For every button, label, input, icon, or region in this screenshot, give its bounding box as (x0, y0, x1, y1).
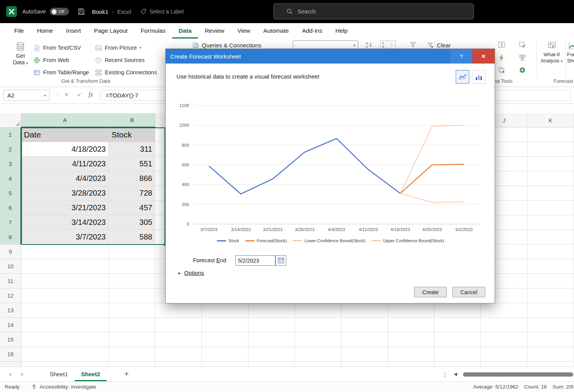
flash-fill-icon[interactable] (498, 54, 505, 62)
options-expander[interactable]: ▸ Options (178, 270, 204, 276)
cell-K1[interactable] (527, 127, 574, 142)
cell-K3[interactable] (527, 157, 574, 171)
cell-K7[interactable] (527, 215, 574, 230)
cell-D15[interactable] (202, 332, 248, 347)
search-box[interactable]: Search (274, 3, 474, 19)
row-header-1[interactable]: 1 (0, 127, 21, 142)
get-data-button[interactable]: Get Data ▾ (10, 41, 31, 67)
bar-chart-toggle[interactable] (472, 70, 485, 84)
cell-G13[interactable] (341, 303, 388, 318)
cell-A17[interactable] (21, 362, 109, 367)
row-header-7[interactable]: 7 (0, 215, 21, 230)
menu-tab-help[interactable]: Help (329, 23, 354, 39)
menu-tab-automate[interactable]: Automate (257, 23, 295, 39)
cell-K8[interactable] (527, 230, 574, 245)
cell-D14[interactable] (202, 318, 248, 332)
cell-B3[interactable]: 551 (109, 157, 155, 171)
text-to-columns-icon[interactable] (498, 41, 505, 49)
column-header-B[interactable]: B (109, 113, 156, 127)
cell-A12[interactable] (21, 288, 109, 303)
forecast-end-input[interactable]: 5/2/2023 (235, 255, 275, 266)
consolidate-icon[interactable] (519, 54, 526, 62)
clear-filter-button[interactable]: Clear (427, 42, 451, 49)
data-validation-icon[interactable] (519, 41, 526, 49)
sheet-tab-sheet1[interactable]: Sheet1 (43, 367, 75, 381)
select-all-button[interactable] (0, 113, 21, 127)
menu-tab-formulas[interactable]: Formulas (134, 23, 172, 39)
cell-H16[interactable] (388, 347, 435, 362)
cancel-button[interactable]: Cancel (452, 287, 485, 297)
cell-K15[interactable] (527, 332, 574, 347)
recent-sources-button[interactable]: Recent Sources (95, 54, 157, 66)
cell-I14[interactable] (435, 318, 481, 332)
filter-icon[interactable] (409, 41, 417, 49)
cell-C16[interactable] (155, 347, 202, 362)
menu-tab-insert[interactable]: Insert (59, 23, 87, 39)
row-header-16[interactable]: 16 (0, 347, 21, 362)
excel-app-icon[interactable] (6, 6, 17, 17)
cell-G16[interactable] (341, 347, 388, 362)
cell-K17[interactable] (527, 362, 574, 367)
line-chart-toggle[interactable] (456, 70, 469, 84)
sheet-nav-right-icon[interactable]: › (21, 370, 23, 378)
cell-G17[interactable] (341, 362, 388, 367)
row-header-2[interactable]: 2 (0, 142, 21, 157)
cell-I16[interactable] (435, 347, 481, 362)
remove-duplicates-icon[interactable] (498, 66, 505, 74)
cell-B2[interactable]: 311 (109, 142, 155, 157)
cell-B6[interactable]: 457 (109, 201, 155, 215)
cell-B12[interactable] (109, 288, 155, 303)
accessibility-status[interactable]: Accessibility: Investigate (40, 384, 96, 390)
cell-A7[interactable]: 3/14/2023 (21, 215, 109, 230)
create-button[interactable]: Create (414, 287, 447, 297)
select-label-button[interactable]: Select a Label (149, 8, 184, 15)
cell-K9[interactable] (527, 245, 574, 259)
sheet-nav-left-icon[interactable]: ‹ (9, 370, 12, 378)
cell-C13[interactable] (155, 303, 202, 318)
dialog-close-button[interactable]: × (472, 49, 495, 64)
cell-B11[interactable] (109, 274, 155, 288)
cell-D13[interactable] (202, 303, 248, 318)
cell-K2[interactable] (527, 142, 574, 157)
cell-I15[interactable] (435, 332, 481, 347)
cell-B9[interactable] (109, 245, 155, 259)
cell-A1[interactable]: Date (21, 127, 109, 142)
sheet-tab-sheet2[interactable]: Sheet2 (75, 367, 107, 381)
name-box[interactable]: A2 ▾ (3, 90, 50, 101)
cell-F14[interactable] (295, 318, 341, 332)
cell-J16[interactable] (481, 347, 527, 362)
horizontal-scrollbar-thumb[interactable] (463, 372, 573, 377)
cell-E16[interactable] (248, 347, 295, 362)
from-web-button[interactable]: From Web (33, 54, 89, 66)
cell-J14[interactable] (481, 318, 527, 332)
cell-E13[interactable] (248, 303, 295, 318)
cell-B14[interactable] (109, 318, 155, 332)
menu-tab-review[interactable]: Review (198, 23, 231, 39)
cell-A8[interactable]: 3/7/2023 (21, 230, 109, 245)
cell-F13[interactable] (295, 303, 341, 318)
cell-K16[interactable] (527, 347, 574, 362)
cell-D17[interactable] (202, 362, 248, 367)
cancel-entry-icon[interactable]: × (65, 91, 68, 98)
from-text-csv-button[interactable]: From Text/CSV (33, 42, 89, 54)
cell-H15[interactable] (388, 332, 435, 347)
menu-tab-home[interactable]: Home (30, 23, 59, 39)
row-header-13[interactable]: 13 (0, 303, 21, 318)
cell-B15[interactable] (109, 332, 155, 347)
cell-J13[interactable] (481, 303, 527, 318)
cell-B13[interactable] (109, 303, 155, 318)
row-header-5[interactable]: 5 (0, 186, 21, 201)
menu-tab-view[interactable]: View (231, 23, 257, 39)
row-header-15[interactable]: 15 (0, 332, 21, 347)
cell-A2[interactable]: 4/18/2023 (21, 142, 109, 157)
date-picker-button[interactable] (275, 255, 286, 266)
cell-H13[interactable] (388, 303, 435, 318)
menu-tab-data[interactable]: Data (172, 23, 198, 39)
cell-G14[interactable] (341, 318, 388, 332)
cell-B5[interactable]: 728 (109, 186, 155, 201)
row-header-14[interactable]: 14 (0, 318, 21, 332)
cell-J15[interactable] (481, 332, 527, 347)
column-header-A[interactable]: A (21, 113, 109, 127)
cell-B17[interactable] (109, 362, 155, 367)
cell-A4[interactable]: 4/4/2023 (21, 171, 109, 186)
